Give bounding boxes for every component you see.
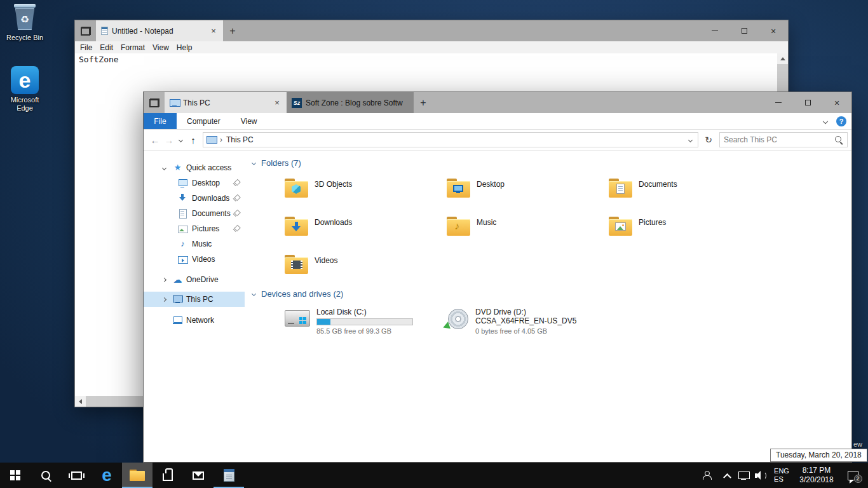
folder-downloads[interactable]: Downloads: [281, 217, 444, 255]
scroll-up-button[interactable]: [777, 53, 788, 64]
pin-icon: [233, 210, 240, 217]
search-icon[interactable]: [835, 136, 843, 144]
breadcrumb-path[interactable]: This PC: [226, 135, 254, 144]
sidebar-label: Network: [186, 316, 214, 325]
sidebar-item-this-pc[interactable]: This PC: [144, 292, 245, 307]
folder-icon: ♪: [447, 217, 470, 236]
sidebar-item-onedrive[interactable]: ☁ OneDrive: [144, 272, 245, 287]
maximize-button[interactable]: [793, 92, 822, 113]
sidebar-item-videos[interactable]: Videos: [144, 252, 245, 267]
chevron-up-icon: [723, 473, 731, 481]
search-input[interactable]: [724, 135, 835, 144]
taskbar-store-button[interactable]: [153, 463, 183, 488]
cube-icon: [292, 184, 301, 194]
taskbar-edge-button[interactable]: e: [92, 463, 122, 488]
forward-button[interactable]: →: [163, 135, 175, 146]
menu-view[interactable]: View: [149, 43, 173, 52]
chevron-down-icon[interactable]: [162, 165, 166, 170]
ribbon-tab-computer[interactable]: Computer: [177, 113, 231, 129]
sidebar-item-desktop[interactable]: Desktop: [144, 175, 245, 191]
maximize-icon: [805, 100, 811, 105]
minimize-button[interactable]: [764, 92, 793, 113]
language-indicator[interactable]: ENG ES: [770, 463, 793, 488]
help-icon[interactable]: ?: [836, 116, 846, 126]
sidebar-item-pictures[interactable]: Pictures: [144, 221, 245, 236]
menu-format[interactable]: Format: [117, 43, 149, 52]
address-dropdown-button[interactable]: [684, 139, 696, 142]
menu-edit[interactable]: Edit: [96, 43, 117, 52]
mail-envelope-icon: [193, 471, 204, 480]
desktop-icon-microsoft-edge[interactable]: e Microsoft Edge: [3, 66, 47, 112]
new-tab-button[interactable]: +: [414, 92, 433, 113]
notification-badge: 2: [854, 475, 862, 483]
scroll-left-button[interactable]: [75, 396, 86, 407]
ribbon-tab-view[interactable]: View: [231, 113, 268, 129]
back-button[interactable]: ←: [147, 135, 163, 146]
taskbar-file-explorer-button[interactable]: [122, 463, 153, 488]
onedrive-icon: ☁: [173, 275, 182, 284]
taskbar-search-button[interactable]: [31, 463, 61, 488]
chevron-right-icon[interactable]: [162, 297, 166, 301]
clock[interactable]: 8:17 PM 3/20/2018: [793, 463, 840, 488]
this-pc-icon: [207, 136, 216, 144]
action-center-button[interactable]: 2: [840, 463, 865, 488]
folder-pictures[interactable]: Pictures: [606, 217, 768, 255]
new-tab-button[interactable]: +: [223, 20, 242, 41]
close-button[interactable]: ×: [759, 20, 788, 41]
chevron-right-icon[interactable]: [162, 277, 166, 281]
close-button[interactable]: ×: [822, 92, 851, 113]
sidebar-item-downloads[interactable]: Downloads: [144, 191, 245, 206]
folder-music[interactable]: ♪ Music: [444, 217, 606, 255]
minimize-button[interactable]: [700, 20, 729, 41]
folder-icon: [609, 179, 632, 198]
devices-group-header[interactable]: Devices and drives (2): [252, 289, 343, 299]
tab-close-icon[interactable]: ×: [273, 98, 281, 107]
pin-icon: [233, 180, 240, 187]
edge-icon: e: [11, 66, 39, 94]
people-button[interactable]: [696, 463, 719, 488]
drive-dvd[interactable]: DVD Drive (D:) CCSA_X64FRE_EN-US_DV5 0 b…: [444, 308, 606, 336]
maximize-button[interactable]: [729, 20, 759, 41]
show-hidden-icons-button[interactable]: [719, 463, 735, 488]
hscroll-thumb[interactable]: [86, 396, 149, 407]
volume-button[interactable]: [752, 463, 770, 488]
address-bar[interactable]: › This PC: [203, 132, 698, 147]
folders-group-header[interactable]: Folders (7): [252, 158, 301, 168]
folder-desktop[interactable]: Desktop: [444, 179, 606, 217]
ribbon-file-button[interactable]: File: [144, 113, 177, 129]
sidebar-item-network[interactable]: Network: [144, 313, 245, 328]
recycle-symbol-icon: ♻: [20, 13, 29, 25]
sidebar-item-quick-access[interactable]: ★ Quick access: [144, 160, 245, 175]
folder-documents[interactable]: Documents: [606, 179, 768, 217]
refresh-button[interactable]: ↻: [700, 135, 717, 145]
drive-local-disk[interactable]: Local Disk (C:) 85.5 GB free of 99.3 GB: [281, 308, 444, 336]
downloads-icon: [178, 194, 187, 203]
sidebar-item-documents[interactable]: Documents: [144, 206, 245, 221]
taskbar-notepad-button[interactable]: [214, 463, 244, 488]
taskbar-mail-button[interactable]: [183, 463, 214, 488]
language-line1: ENG: [774, 467, 789, 475]
search-box[interactable]: [719, 132, 848, 147]
tab-this-pc[interactable]: This PC ×: [165, 92, 287, 113]
start-button[interactable]: [0, 463, 31, 488]
recent-locations-button[interactable]: [175, 139, 186, 142]
drive-free-space: 0 bytes free of 4.05 GB: [475, 327, 576, 336]
sidebar-item-music[interactable]: ♪ Music: [144, 236, 245, 252]
tab-close-icon[interactable]: ×: [209, 26, 218, 36]
task-view-button[interactable]: [61, 463, 92, 488]
folder-icon: [609, 217, 632, 236]
menu-help[interactable]: Help: [173, 43, 196, 52]
folder-videos[interactable]: Videos: [281, 255, 444, 293]
tab-soft-zone[interactable]: Sz Soft Zone : Blog sobre Softw: [287, 92, 414, 113]
menu-file[interactable]: File: [76, 43, 96, 52]
tab-overview-button[interactable]: [144, 92, 165, 113]
sidebar-label: Downloads: [192, 194, 229, 203]
expand-ribbon-icon[interactable]: [823, 118, 828, 123]
desktop-icon-recycle-bin[interactable]: ♻ Recycle Bin: [3, 4, 47, 42]
tab-overview-button[interactable]: [75, 20, 96, 41]
up-button[interactable]: ↑: [186, 135, 201, 146]
drive-name: Local Disk (C:): [316, 308, 413, 316]
notepad-tab[interactable]: Untitled - Notepad ×: [96, 20, 223, 41]
network-button[interactable]: [735, 463, 752, 488]
folder-3d-objects[interactable]: 3D Objects: [281, 179, 444, 217]
